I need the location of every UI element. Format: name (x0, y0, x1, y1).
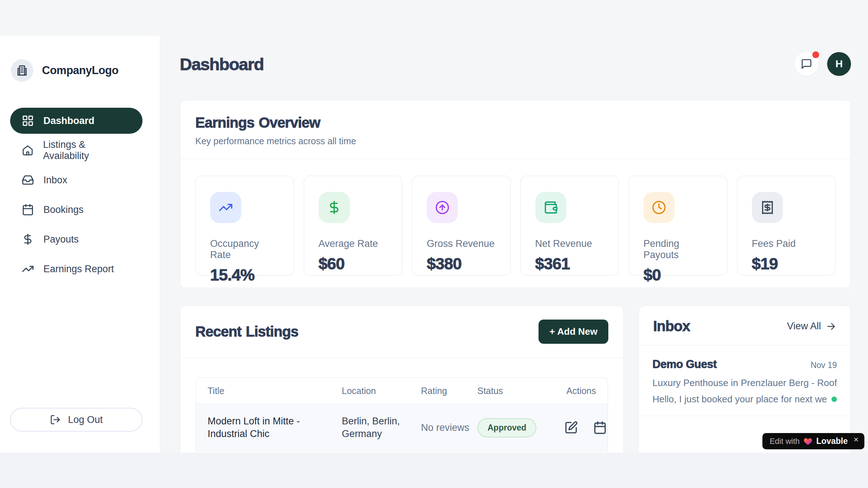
lovable-badge[interactable]: Edit with Lovable × (762, 433, 864, 449)
column-header-rating: Rating (421, 386, 477, 396)
metric-pending-payouts: Pending Payouts $0 (629, 176, 727, 275)
lovable-prefix: Edit with (770, 437, 800, 446)
receipt-icon (752, 192, 783, 223)
message-sender: Demo Guest (652, 358, 717, 371)
metric-label: Occupancy Rate (210, 238, 279, 261)
chat-bubble-icon (801, 58, 812, 70)
sidebar-nav: Dashboard Listings & Availability Inbox … (0, 108, 160, 282)
sidebar-item-bookings[interactable]: Bookings (10, 197, 142, 223)
listing-location: Berlin, Berlin, Germany (342, 415, 421, 440)
lovable-brand: Lovable (816, 436, 848, 446)
edit-pencil-icon (564, 421, 578, 435)
listing-title: Modern Loft in Mitte - Industrial Chic (208, 415, 342, 440)
page-footer-strip (0, 453, 868, 488)
view-all-link[interactable]: View All (787, 321, 836, 332)
lovable-heart-icon (803, 437, 813, 446)
sidebar: CompanyLogo Dashboard Listings & Availab… (0, 36, 160, 453)
dollar-sign-icon (319, 192, 350, 223)
layout-grid-icon (22, 115, 34, 127)
message-subject: Luxury Penthouse in Prenzlauer Berg - Ro… (652, 377, 837, 389)
metric-label: Pending Payouts (643, 238, 712, 261)
listing-rating: No reviews (421, 421, 477, 434)
lovable-close-icon[interactable]: × (854, 435, 859, 444)
earnings-overview-card: Earnings Overview Key performance metric… (180, 100, 851, 288)
calendar-listing-button[interactable] (593, 421, 607, 435)
metric-value: $361 (535, 254, 604, 273)
column-header-title: Title (208, 386, 342, 396)
message-date: Nov 19 (810, 360, 837, 370)
messages-button[interactable] (795, 52, 818, 76)
sidebar-item-listings[interactable]: Listings & Availability (10, 137, 142, 163)
logout-button[interactable]: Log Out (10, 408, 142, 432)
sidebar-item-earnings-report[interactable]: Earnings Report (10, 256, 142, 282)
column-header-actions: Actions (564, 386, 596, 396)
sidebar-item-payouts[interactable]: Payouts (10, 226, 142, 252)
dollar-sign-icon (22, 233, 34, 245)
add-new-button[interactable]: + Add New (539, 320, 608, 344)
inbox-title: Inbox (653, 318, 690, 334)
inbox-message-item[interactable]: Demo Guest Nov 19 Luxury Penthouse in Pr… (639, 346, 851, 416)
earnings-subtitle: Key performance metrics across all time (195, 136, 833, 146)
unread-dot (831, 397, 837, 402)
company-logo-icon (11, 59, 33, 82)
metric-occupancy-rate: Occupancy Rate 15.4% (195, 176, 294, 275)
sidebar-item-dashboard[interactable]: Dashboard (10, 108, 142, 134)
home-icon (22, 144, 34, 157)
column-header-location: Location (342, 386, 421, 396)
metrics-row: Occupancy Rate 15.4% Average Rate $60 (180, 159, 851, 292)
metric-value: $60 (319, 254, 388, 273)
recent-listings-title: Recent Listings (195, 324, 298, 340)
wallet-icon (535, 192, 566, 223)
inbox-icon (22, 174, 34, 186)
metric-label: Average Rate (319, 238, 388, 249)
avatar[interactable]: H (827, 52, 851, 76)
arrow-up-circle-icon (427, 192, 458, 223)
message-preview: Hello, I just booked your place for next… (652, 394, 826, 405)
metric-label: Gross Revenue (427, 238, 496, 249)
metric-average-rate: Average Rate $60 (304, 176, 403, 275)
trending-up-icon (22, 263, 34, 275)
metric-label: Fees Paid (752, 238, 821, 249)
table-header-row: Title Location Rating Status Actions (196, 378, 608, 404)
metric-fees-paid: Fees Paid $19 (737, 176, 836, 275)
metric-gross-revenue: Gross Revenue $380 (412, 176, 511, 275)
calendar-icon (22, 204, 34, 216)
metric-value: $380 (427, 254, 496, 273)
logo-row: CompanyLogo (0, 36, 160, 82)
main-content: Dashboard H Earnings Overview Key perfor… (160, 0, 868, 479)
arrow-right-icon (826, 321, 836, 331)
calendar-icon (593, 421, 607, 435)
logout-icon (50, 414, 61, 425)
metric-value: 15.4% (210, 266, 279, 284)
metric-label: Net Revenue (535, 238, 604, 249)
trending-up-icon (210, 192, 241, 223)
column-header-status: Status (477, 386, 564, 396)
earnings-title: Earnings Overview (195, 115, 833, 131)
clock-icon (643, 192, 675, 223)
topbar: Dashboard H (180, 51, 851, 77)
page-title: Dashboard (180, 54, 264, 74)
notification-dot (812, 51, 819, 58)
metric-value: $0 (643, 266, 712, 284)
edit-listing-button[interactable] (564, 421, 578, 435)
status-badge: Approved (477, 418, 536, 437)
metric-value: $19 (752, 254, 821, 273)
metric-net-revenue: Net Revenue $361 (520, 176, 619, 275)
table-row[interactable]: Modern Loft in Mitte - Industrial Chic B… (196, 404, 608, 451)
sidebar-item-inbox[interactable]: Inbox (10, 167, 142, 193)
company-logo-text: CompanyLogo (42, 64, 119, 77)
